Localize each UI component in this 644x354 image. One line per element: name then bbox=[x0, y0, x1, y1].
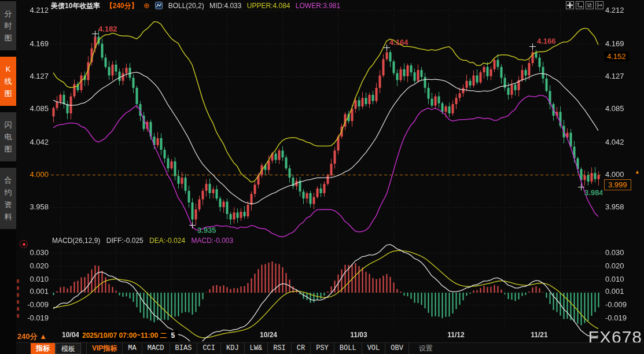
y-axis-label-macd-left: -0.009 bbox=[17, 300, 49, 309]
y-axis-label-main-left: 3.958 bbox=[17, 202, 49, 211]
boll-mid-value: MID:4.033 bbox=[209, 2, 241, 10]
y-axis-label-main-right: 3.958 bbox=[605, 202, 641, 211]
chart-type-icon[interactable] bbox=[155, 2, 163, 12]
edge-tick bbox=[17, 286, 19, 290]
crosshair-move-icon[interactable] bbox=[566, 1, 574, 9]
last-price-badge: 3.999 bbox=[604, 179, 631, 190]
sidebar-item-kline-chart[interactable]: K线图 bbox=[0, 57, 16, 106]
y-axis-label-macd-right: 0.010 bbox=[605, 275, 641, 283]
toolbar-item-vol[interactable]: VOL bbox=[362, 343, 386, 354]
toolbar-item-lw[interactable]: LW& bbox=[245, 343, 268, 354]
axis-reset-icon[interactable] bbox=[576, 1, 584, 9]
y-axis-label-macd-right: 0.030 bbox=[605, 248, 641, 257]
y-axis-label-main-right: 4.127 bbox=[605, 72, 641, 80]
edge-tick bbox=[17, 293, 19, 297]
period-up-arrow-icon: ▲ bbox=[39, 332, 47, 341]
status-period[interactable]: 240分 ▲ bbox=[17, 331, 47, 342]
live-indicator-icon[interactable] bbox=[20, 240, 28, 248]
y-axis-label-macd-right: -0.009 bbox=[605, 300, 641, 309]
y-axis-label-macd-left: 0.001 bbox=[17, 287, 49, 296]
main-chart-canvas[interactable] bbox=[51, 0, 602, 341]
y-axis-label-main-right: 4.212 bbox=[605, 6, 641, 14]
add-indicator-icon[interactable]: ⊕ bbox=[143, 1, 150, 10]
toolbar-item-vip-indicator[interactable]: VIP指标 bbox=[86, 343, 123, 354]
chart-header: 美债10年收益率 【240分】 ⊕ BOLL(20,2) MID:4.033 U… bbox=[51, 1, 344, 10]
y-axis-label-macd-left: 0.020 bbox=[17, 261, 49, 270]
price-marker-icon: ▲ bbox=[635, 169, 640, 175]
edge-tick bbox=[17, 300, 19, 304]
toolbar-item-kdj[interactable]: KDJ bbox=[221, 343, 245, 354]
bar-info-tooltip: 2025/10/07 07:00~11:00 二5 bbox=[79, 330, 178, 341]
indicator-toolbar: 指标模板VIP指标MAMACDBIASCCIKDJLW&RSICRPSYBOLL… bbox=[16, 342, 644, 354]
ref-price-badge: 4.152 bbox=[604, 51, 629, 61]
toolbar-item-bias[interactable]: BIAS bbox=[170, 343, 198, 354]
boll-lower-value: LOWER:3.981 bbox=[296, 2, 340, 10]
y-axis-label-macd-left: 0.010 bbox=[17, 275, 49, 283]
toolbar-item-obv[interactable]: OBV bbox=[385, 343, 409, 354]
sidebar-item-contract-info[interactable]: 合约资料 bbox=[0, 168, 16, 229]
y-axis-label-main-left: 4.042 bbox=[17, 138, 49, 146]
toolbar-item-macd[interactable]: MACD bbox=[142, 343, 170, 354]
toolbar-item-ma[interactable]: MA bbox=[123, 343, 142, 354]
y-axis-label-main-left: 4.085 bbox=[17, 104, 49, 113]
y-axis-label-macd-right: -0.019 bbox=[605, 314, 641, 322]
window-icons bbox=[566, 1, 603, 9]
y-axis-label-main-left: 4.212 bbox=[17, 6, 49, 14]
sidebar-item-time-chart[interactable]: 分时图 bbox=[0, 1, 16, 50]
trading-app-window: 分时图K线图闪电图合约资料 美债10年收益率 【240分】 ⊕ BOLL(20,… bbox=[0, 0, 644, 354]
y-axis-label-macd-right: 0.001 bbox=[605, 287, 641, 296]
y-axis-label-macd-left: 0.030 bbox=[17, 248, 49, 257]
y-axis-label-main-left: 4.000 bbox=[17, 170, 49, 179]
macd-hist-value: MACD:-0.003 bbox=[191, 237, 233, 245]
edge-tick bbox=[17, 279, 19, 283]
edge-tick bbox=[17, 307, 19, 311]
page-title: 美债10年收益率 bbox=[51, 2, 100, 10]
toolbar-item-cci[interactable]: CCI bbox=[197, 343, 221, 354]
sidebar-item-lightning-chart[interactable]: 闪电图 bbox=[0, 112, 16, 161]
toolbar-item-indicator[interactable]: 指标 bbox=[31, 343, 56, 354]
boll-indicator-label: BOLL(20,2) bbox=[168, 2, 204, 10]
y-axis-label-main-right: 4.085 bbox=[605, 104, 641, 113]
toolbar-item-settings[interactable]: 设置 bbox=[414, 343, 438, 354]
toolbar-item-psy[interactable]: PSY bbox=[311, 343, 334, 354]
toolbar-item-cr[interactable]: CR bbox=[292, 343, 311, 354]
y-axis-label-main-right: 4.169 bbox=[605, 39, 641, 48]
tooltip-extra: 5 bbox=[171, 331, 175, 340]
toolbar-item-rsi[interactable]: RSI bbox=[268, 343, 292, 354]
y-axis-label-main-left: 4.169 bbox=[17, 39, 49, 48]
y-axis-label-main-left: 4.127 bbox=[17, 72, 49, 80]
axis-scale-icon[interactable] bbox=[586, 1, 594, 9]
live-indicator-dot bbox=[23, 243, 25, 246]
macd-dea-value: DEA:-0.024 bbox=[149, 237, 185, 245]
macd-diff-value: DIFF:-0.025 bbox=[106, 237, 143, 245]
tooltip-datetime: 2025/10/07 07:00~11:00 二 bbox=[82, 331, 167, 340]
boll-upper-value: UPPER:4.084 bbox=[247, 2, 290, 10]
pan-right-icon[interactable] bbox=[595, 1, 603, 9]
y-axis-label-macd-right: 0.020 bbox=[605, 261, 641, 270]
period-badge[interactable]: 【240分】 bbox=[106, 2, 138, 10]
macd-header: MACD(26,12,9) DIFF:-0.025 DEA:-0.024 MAC… bbox=[52, 237, 237, 245]
macd-formula: MACD(26,12,9) bbox=[52, 237, 100, 245]
toolbar-item-boll[interactable]: BOLL bbox=[334, 343, 362, 354]
edge-tick bbox=[17, 314, 19, 318]
y-axis-label-main-right: 4.042 bbox=[605, 138, 641, 146]
y-axis-label-macd-left: -0.019 bbox=[17, 314, 49, 322]
toolbar-item-template[interactable]: 模板 bbox=[56, 343, 81, 354]
sidebar: 分时图K线图闪电图合约资料 bbox=[0, 0, 16, 354]
